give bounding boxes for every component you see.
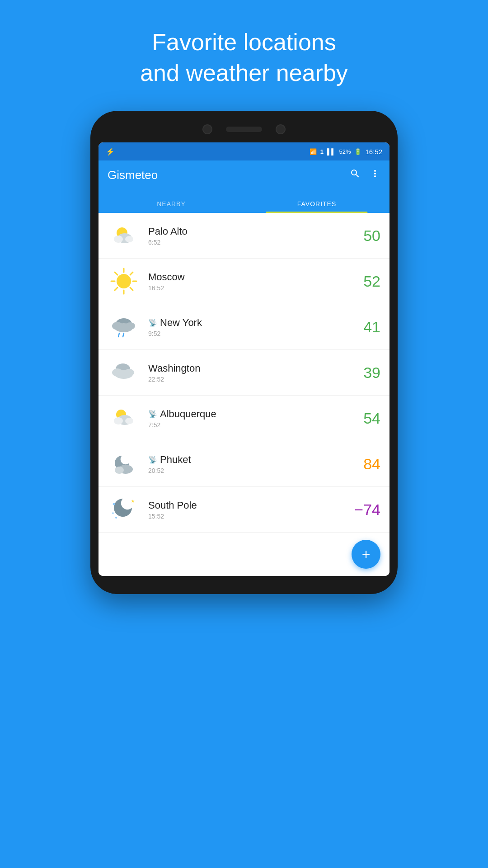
location-temp: 84 (349, 455, 380, 473)
location-temp: 50 (349, 227, 380, 245)
weather-icon-new-york (108, 311, 140, 343)
location-time: 22:52 (148, 376, 349, 383)
antenna-icon: 📡 (148, 318, 157, 327)
phone-screen: ⚡ 📶 1 ▌▌ 52% 🔋 16:52 Gismeteo (99, 142, 389, 576)
location-temp: 52 (349, 273, 380, 290)
location-list: Palo Alto 6:52 50 (99, 213, 389, 533)
hero-line2: and weather nearby (140, 60, 348, 86)
search-icon[interactable] (350, 168, 361, 182)
sensor (276, 124, 286, 134)
location-name: New York (160, 317, 202, 329)
svg-line-17 (118, 333, 119, 337)
location-time: 6:52 (148, 239, 349, 246)
weather-icon-palo-alto (108, 219, 140, 252)
app-bar: Gismeteo (99, 160, 389, 189)
svg-line-18 (123, 333, 124, 337)
wifi-icon: 📶 (310, 148, 317, 155)
location-name: Moscow (148, 271, 349, 283)
list-item[interactable]: Moscow 16:52 52 (99, 259, 389, 304)
battery-icon: 🔋 (354, 148, 361, 155)
weather-icon-washington (108, 356, 140, 389)
location-info: Palo Alto 6:52 (148, 226, 349, 246)
location-info: South Pole 15:52 (148, 500, 349, 520)
location-name: South Pole (148, 500, 349, 511)
svg-point-29 (113, 503, 115, 505)
svg-line-11 (130, 272, 133, 275)
svg-point-31 (112, 512, 114, 514)
status-time: 16:52 (365, 148, 382, 156)
signal-icon: ▌▌ (327, 148, 335, 155)
location-temp: 54 (349, 410, 380, 427)
weather-icon-south-pole (108, 493, 140, 526)
location-time: 7:52 (148, 421, 349, 429)
hero-line1: Favorite locations (152, 29, 336, 55)
location-name: Washington (148, 363, 349, 374)
location-info: 📡 Phuket 20:52 (148, 454, 349, 474)
svg-point-28 (115, 467, 124, 474)
weather-icon-albuquerque (108, 402, 140, 434)
front-camera (202, 124, 212, 134)
phone-speaker (226, 127, 262, 132)
list-item[interactable]: 📡 Phuket 20:52 84 (99, 441, 389, 487)
location-info: Moscow 16:52 (148, 271, 349, 292)
status-left: ⚡ (106, 147, 115, 156)
location-temp: −74 (349, 501, 380, 519)
tab-favorites[interactable]: FAVORITES (244, 194, 389, 213)
location-info: Washington 22:52 (148, 363, 349, 383)
svg-point-25 (114, 417, 123, 425)
svg-point-4 (117, 274, 131, 288)
antenna-icon: 📡 (148, 410, 157, 418)
status-right: 📶 1 ▌▌ 52% 🔋 16:52 (310, 148, 382, 156)
list-item[interactable]: 📡 Albuquerque 7:52 54 (99, 396, 389, 441)
location-info: 📡 Albuquerque 7:52 (148, 408, 349, 429)
usb-icon: ⚡ (106, 147, 115, 156)
svg-line-12 (115, 288, 117, 290)
location-name-row: 📡 Phuket (148, 454, 349, 466)
sim-icon: 1 (320, 148, 324, 155)
phone-top (99, 124, 389, 134)
antenna-icon: 📡 (148, 455, 157, 464)
svg-point-3 (125, 236, 133, 242)
location-temp: 39 (349, 364, 380, 382)
status-bar: ⚡ 📶 1 ▌▌ 52% 🔋 16:52 (99, 142, 389, 160)
svg-line-9 (115, 272, 117, 275)
location-info: 📡 New York 9:52 (148, 317, 349, 337)
fab-icon: + (362, 546, 371, 563)
svg-point-2 (114, 236, 123, 243)
list-item[interactable]: Palo Alto 6:52 50 (99, 213, 389, 259)
more-options-icon[interactable] (370, 168, 380, 182)
location-time: 16:52 (148, 284, 349, 292)
list-item[interactable]: Washington 22:52 39 (99, 350, 389, 396)
hero-text: Favorite locations and weather nearby (140, 27, 348, 88)
svg-line-10 (130, 288, 133, 290)
location-name-row: 📡 New York (148, 317, 349, 329)
location-name: Albuquerque (160, 408, 216, 420)
phone-device: ⚡ 📶 1 ▌▌ 52% 🔋 16:52 Gismeteo (90, 111, 398, 594)
location-time: 20:52 (148, 467, 349, 474)
weather-icon-moscow (108, 265, 140, 297)
location-temp: 41 (349, 318, 380, 336)
location-time: 15:52 (148, 513, 349, 520)
location-time: 9:52 (148, 330, 349, 337)
tabs: NEARBY FAVORITES (99, 189, 389, 213)
list-item[interactable]: South Pole 15:52 −74 (99, 487, 389, 533)
svg-point-30 (115, 517, 117, 519)
list-item[interactable]: 📡 New York 9:52 41 (99, 304, 389, 350)
add-location-fab[interactable]: + (352, 540, 380, 569)
tab-nearby[interactable]: NEARBY (99, 194, 244, 213)
weather-icon-phuket (108, 448, 140, 480)
fab-container: + (99, 533, 389, 576)
location-name-row: 📡 Albuquerque (148, 408, 349, 420)
location-name: Palo Alto (148, 226, 349, 237)
svg-point-22 (115, 370, 133, 379)
app-bar-actions (350, 168, 380, 182)
svg-point-26 (125, 418, 133, 424)
location-name: Phuket (160, 454, 191, 466)
battery-percent: 52% (339, 148, 351, 155)
svg-marker-32 (131, 500, 135, 503)
app-title: Gismeteo (108, 168, 158, 182)
svg-point-16 (115, 323, 133, 332)
